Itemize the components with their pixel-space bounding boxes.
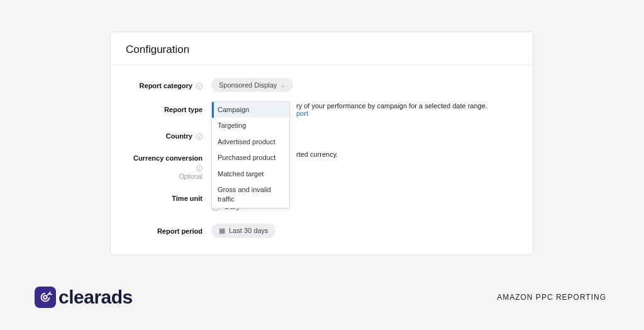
- row-currency: Currency conversion i Optional rted curr…: [130, 151, 514, 181]
- svg-point-0: [43, 295, 47, 299]
- report-type-description: ry of your performance by campaign for a…: [296, 102, 487, 110]
- label-currency: Currency conversion i Optional: [130, 151, 211, 181]
- panel-title: Configuration: [126, 43, 518, 56]
- currency-description: rted currency.: [296, 151, 338, 158]
- row-country: Country i: [130, 128, 514, 140]
- report-type-option-purchased-product[interactable]: Purchased product: [212, 150, 289, 166]
- report-type-option-campaign[interactable]: Campaign: [212, 102, 289, 118]
- label-country: Country i: [130, 128, 211, 140]
- report-type-dropdown-menu[interactable]: Campaign Targeting Advertised product Pu…: [211, 101, 290, 208]
- info-icon[interactable]: i: [196, 83, 203, 89]
- panel-header: Configuration: [111, 32, 533, 65]
- configuration-panel: Configuration Report category i Sponsore…: [110, 31, 533, 255]
- info-icon[interactable]: i: [196, 134, 203, 140]
- chevron-down-icon: ⌄: [280, 82, 286, 88]
- row-report-period: Report period ▦ Last 30 days: [130, 224, 514, 238]
- logo-badge-icon: [35, 287, 56, 308]
- brand-logo: clearads: [35, 287, 133, 308]
- row-report-type: Report type Campaign Targeting Advertise…: [130, 102, 514, 117]
- report-type-option-matched-target[interactable]: Matched target: [212, 166, 289, 182]
- report-category-dropdown[interactable]: Sponsored Display ⌄: [211, 78, 293, 92]
- label-report-type: Report type: [130, 102, 211, 114]
- report-type-option-advertised-product[interactable]: Advertised product: [212, 134, 289, 150]
- report-type-option-targeting[interactable]: Targeting: [212, 118, 289, 134]
- footer-caption: AMAZON PPC REPORTING: [497, 293, 606, 302]
- report-type-link[interactable]: port: [296, 110, 308, 117]
- row-time-unit: Time unit Summary Daily: [130, 191, 514, 213]
- label-report-category: Report category i: [130, 78, 211, 90]
- label-report-period: Report period: [130, 224, 211, 236]
- report-period-selector[interactable]: ▦ Last 30 days: [211, 224, 275, 238]
- row-report-category: Report category i Sponsored Display ⌄: [130, 78, 514, 92]
- label-time-unit: Time unit: [130, 191, 211, 203]
- brand-name: clearads: [58, 287, 133, 308]
- calendar-icon: ▦: [219, 227, 225, 235]
- report-type-option-gross-invalid[interactable]: Gross and invalid traffic: [212, 182, 289, 208]
- info-icon[interactable]: i: [196, 165, 203, 171]
- panel-body: Report category i Sponsored Display ⌄ Re…: [111, 65, 533, 251]
